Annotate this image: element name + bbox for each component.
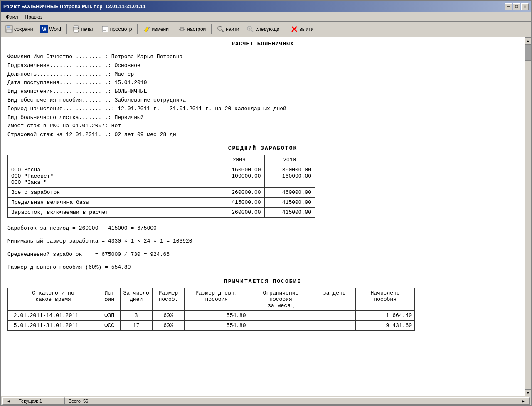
table-row: ООО Весна ООО "Рассвет" ООО "Закат" 1600…: [8, 165, 315, 187]
content-area: РАСЧЕТ БОЛЬНИЧНЫХ Фамилия Имя Отчество..…: [1, 37, 531, 396]
document-scroll[interactable]: РАСЧЕТ БОЛЬНИЧНЫХ Фамилия Имя Отчество..…: [1, 37, 525, 396]
maximize-button[interactable]: □: [513, 3, 520, 10]
dept-label: Подразделение..................:: [7, 62, 114, 69]
current-page-segment: Текущая: 1: [15, 397, 65, 405]
printer-icon: [72, 25, 80, 33]
svg-rect-1: [7, 26, 10, 28]
sick-label: Вид больничного листка.........:: [7, 114, 114, 121]
hire-value: 15.01.2010: [114, 79, 147, 86]
benefit-daily-1: 554.80: [185, 310, 249, 320]
table-row: 12.01.2011-14.01.2011 ФЗП 3 60% 554.80 1…: [8, 310, 415, 320]
benefit-month-limit-2: [249, 320, 313, 330]
insurance-value: 02 лет 09 мес 28 дн: [114, 131, 176, 138]
find-label: найти: [226, 26, 239, 32]
company3-2009: 100000.00: [217, 173, 261, 179]
company2-2010: 160000.00: [268, 173, 312, 179]
benefit-source-2: ФСС: [99, 320, 120, 330]
company3-name: ООО "Закат": [11, 179, 210, 186]
included-2010: 415000.00: [264, 207, 315, 217]
dept-line: Подразделение..................: Основно…: [7, 62, 518, 70]
total-2010: 460000.00: [264, 187, 315, 197]
next-icon: [246, 25, 254, 33]
sick-value: Первичный: [114, 114, 143, 121]
toolbar: сохрани W Word печат: [1, 22, 531, 37]
svg-rect-6: [78, 28, 79, 29]
close-button[interactable]: ✕: [521, 3, 529, 10]
limit-2010: 415000.00: [264, 197, 315, 207]
col-period-header: С какого и покакое время: [8, 288, 99, 310]
total-2009: 260000.00: [214, 187, 264, 197]
insurance-label: Страховой стаж на 12.01.2011...:: [7, 131, 114, 138]
svg-rect-12: [103, 30, 106, 31]
total-value: 56: [83, 399, 88, 404]
scrollbar-track[interactable]: [525, 44, 531, 389]
table-row: Всего заработок 260000.00 460000.00: [8, 187, 315, 197]
col-accrued-header: Начисленопособия: [356, 288, 415, 310]
fio-line: Фамилия Имя Отчество..........: Петрова …: [7, 53, 518, 62]
earnings-col-label-header: [8, 155, 214, 165]
svg-line-15: [222, 30, 224, 32]
find-button[interactable]: найти: [214, 24, 242, 35]
menu-edit[interactable]: Правка: [22, 14, 45, 20]
edit-icon: [143, 25, 150, 33]
benefits-table: С какого и покакое время Истфин За число…: [7, 288, 415, 331]
svg-point-14: [218, 26, 222, 30]
benefit-pct-1: 60%: [152, 310, 184, 320]
vertical-scrollbar[interactable]: ▲ ▼: [525, 37, 531, 396]
svg-line-17: [251, 30, 253, 32]
table-row: Предельная величина базы 415000.00 41500…: [8, 197, 315, 207]
save-button[interactable]: сохрани: [2, 24, 36, 35]
scroll-down-button[interactable]: ▼: [525, 389, 531, 396]
svg-point-13: [181, 28, 183, 30]
scroll-up-button[interactable]: ▲: [525, 37, 531, 44]
hire-date-line: Дата поступления...............: 15.01.2…: [7, 79, 518, 87]
scrollbar-thumb[interactable]: [525, 44, 531, 61]
table-row: 15.01.2011-31.01.2011 ФСС 17 60% 554.80 …: [8, 320, 415, 330]
edit-button[interactable]: изменит: [140, 24, 174, 35]
benefit-accrued-1: 1 664.40: [356, 310, 415, 320]
settings-button[interactable]: настрои: [175, 24, 209, 35]
period-label: Период начисления...............:: [7, 106, 118, 112]
word-button[interactable]: W Word: [37, 24, 64, 35]
period-earnings-line: Заработок за период = 260000 + 415000 = …: [7, 223, 518, 233]
print-button[interactable]: печат: [69, 24, 97, 35]
minimize-button[interactable]: ─: [505, 3, 512, 10]
benefit-days-2: 17: [120, 320, 152, 330]
svg-rect-10: [103, 29, 106, 29]
benefits-header-row: С какого и покакое время Истфин За число…: [8, 288, 415, 310]
company-group-cell: ООО Весна ООО "Рассвет" ООО "Закат": [8, 165, 214, 187]
benefit-period-2: 15.01.2011-31.01.2011: [8, 320, 99, 330]
status-bar: ◄ Текущая: 1 Всего: 56 ►: [1, 396, 531, 405]
position-value: Мастер: [114, 71, 134, 77]
svg-rect-9: [103, 28, 107, 28]
next-button[interactable]: следующи: [244, 24, 282, 35]
benefit-source-1: ФЗП: [99, 310, 120, 320]
scroll-nav-left[interactable]: ◄: [2, 397, 15, 405]
table-row: Заработок, включаемый в расчет 260000.00…: [8, 207, 315, 217]
benefit-line: Вид обеспечения пособия........: Заболев…: [7, 96, 518, 105]
fio-label: Фамилия Имя Отчество..........:: [7, 54, 111, 60]
settings-icon: [178, 25, 186, 33]
included-2009: 260000.00: [214, 207, 264, 217]
exit-icon: [291, 25, 298, 33]
company1-2010: 300000.00: [268, 167, 312, 173]
sick-type-line: Вид больничного листка.........: Первичн…: [7, 114, 518, 122]
benefit-label: Вид обеспечения пособия........:: [7, 97, 114, 103]
main-window: Расчет БОЛЬНИЧНЫЕ Петрова М.П. пер. 12.0…: [0, 0, 532, 406]
edit-label: изменит: [152, 26, 171, 32]
sep1: [66, 24, 67, 34]
scroll-nav-right[interactable]: ►: [517, 397, 530, 405]
svg-rect-2: [7, 29, 12, 32]
col-pct-header: Размерпособ.: [152, 288, 184, 310]
preview-label: просмотр: [110, 26, 132, 32]
current-label: Текущая:: [19, 399, 38, 404]
preview-button[interactable]: просмотр: [99, 24, 135, 35]
menu-file[interactable]: Файл: [2, 14, 22, 20]
hire-label: Дата поступления...............:: [7, 79, 114, 86]
col-source-header: Истфин: [99, 288, 120, 310]
menu-bar: Файл Правка: [1, 12, 531, 22]
included-label: Заработок, включаемый в расчет: [8, 207, 214, 217]
exit-button[interactable]: выйти: [288, 24, 316, 35]
period-line: Период начисления...............: 12.01.…: [7, 105, 518, 114]
period-value: 12.01.2011 г. - 31.01.2011 г. на 20 кале…: [118, 106, 286, 112]
